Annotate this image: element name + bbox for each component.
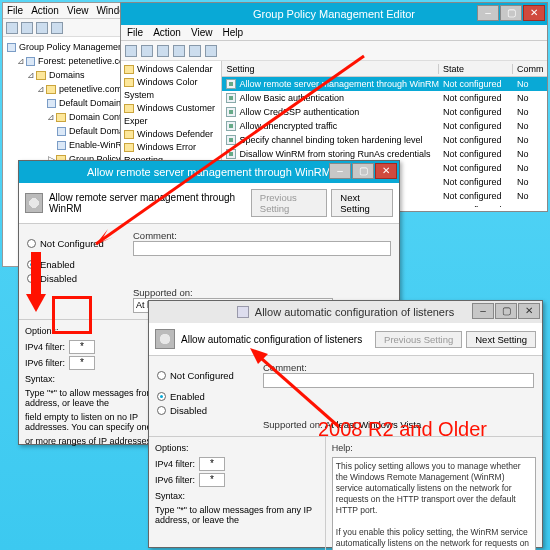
gpo-icon — [57, 127, 66, 136]
fwd-icon[interactable] — [141, 45, 153, 57]
setting-row[interactable]: Allow CredSSP authenticationNot configur… — [222, 105, 547, 119]
close-button[interactable]: ✕ — [518, 303, 540, 319]
dlg2-title: Allow automatic configuration of listene… — [255, 306, 454, 318]
dlg2-titlebar: Allow automatic configuration of listene… — [149, 301, 542, 323]
help-icon[interactable] — [189, 45, 201, 57]
tree-item[interactable]: Windows Calendar — [124, 63, 218, 76]
gped-menubar: File Action View Help — [121, 25, 547, 41]
forest-icon — [26, 57, 35, 66]
gped-toolbar — [121, 41, 547, 61]
radio-disabled[interactable]: Disabled — [27, 273, 127, 284]
ipv6-label: IPv6 filter: — [155, 475, 195, 485]
comment-label: Comment: — [133, 230, 177, 241]
radio-notconfigured[interactable]: Not Configured — [27, 230, 127, 256]
menu-file[interactable]: File — [7, 5, 23, 16]
help-text: This policy setting allows you to manage… — [332, 457, 536, 550]
minimize-button[interactable]: – — [329, 163, 351, 179]
help-label: Help: — [332, 443, 536, 453]
menu-action[interactable]: Action — [31, 5, 59, 16]
tree-root[interactable]: Group Policy Management — [19, 42, 126, 52]
tool-icon[interactable] — [21, 22, 33, 34]
gp-icon — [7, 43, 16, 52]
minimize-button[interactable]: – — [472, 303, 494, 319]
tree-forest[interactable]: Forest: petenetlive.com — [38, 56, 132, 66]
dlg1-titlebar: Allow remote server management through W… — [19, 161, 399, 183]
folder-icon — [36, 71, 46, 80]
comment-input[interactable] — [263, 373, 534, 388]
ipv6-input[interactable]: * — [199, 473, 225, 487]
radio-enabled[interactable]: Enabled — [27, 259, 127, 270]
gped-title: Group Policy Management Editor — [253, 8, 415, 20]
gpo-icon — [47, 99, 56, 108]
ipv4-input[interactable]: * — [199, 457, 225, 471]
tree-domains[interactable]: Domains — [49, 70, 85, 80]
supported-label: Supported on: — [263, 419, 323, 430]
setting-row[interactable]: Allow remote server management through W… — [222, 77, 547, 91]
maximize-button[interactable]: ▢ — [495, 303, 517, 319]
menu-action[interactable]: Action — [153, 27, 181, 38]
prev-setting-button[interactable]: Previous Setting — [251, 189, 327, 217]
next-setting-button[interactable]: Next Setting — [331, 189, 393, 217]
menu-file[interactable]: File — [127, 27, 143, 38]
radio-disabled[interactable]: Disabled — [157, 405, 257, 416]
maximize-button[interactable]: ▢ — [352, 163, 374, 179]
dlg2-heading: Allow automatic configuration of listene… — [181, 334, 362, 345]
gpmc-toolbar — [3, 19, 139, 37]
filter-icon[interactable] — [205, 45, 217, 57]
minimize-button[interactable]: – — [477, 5, 499, 21]
radio-notconfigured[interactable]: Not Configured — [157, 362, 257, 388]
gped-columns: Setting State Comm — [222, 61, 547, 77]
comment-input[interactable] — [133, 241, 391, 256]
col-state[interactable]: State — [439, 64, 513, 74]
listeners-dialog: Allow automatic configuration of listene… — [148, 300, 543, 548]
col-setting[interactable]: Setting — [222, 64, 439, 74]
back-icon[interactable] — [125, 45, 137, 57]
options-label: Options: — [155, 443, 319, 453]
gped-titlebar: Group Policy Management Editor – ▢ ✕ — [121, 3, 547, 25]
supported-value: At least Windows Vista — [325, 419, 421, 430]
syntax-label: Syntax: — [155, 491, 319, 501]
tree-item[interactable]: Windows Defender — [124, 128, 218, 141]
up-icon[interactable] — [157, 45, 169, 57]
ipv4-input[interactable]: * — [69, 340, 95, 354]
ipv4-label: IPv4 filter: — [155, 459, 195, 469]
next-setting-button[interactable]: Next Setting — [466, 331, 536, 348]
tree-domain[interactable]: petenetlive.com — [59, 84, 122, 94]
setting-row[interactable]: Allow unencrypted trafficNot configuredN… — [222, 119, 547, 133]
dlg1-heading: Allow remote server management through W… — [49, 192, 245, 214]
gear-icon — [155, 329, 175, 349]
note-text: Type "*" to allow messages from any IP a… — [155, 505, 319, 525]
tool-icon[interactable] — [36, 22, 48, 34]
menu-view[interactable]: View — [191, 27, 213, 38]
dlg-icon — [237, 306, 249, 318]
tool-icon[interactable] — [51, 22, 63, 34]
ipv6-input[interactable]: * — [69, 356, 95, 370]
radio-enabled[interactable]: Enabled — [157, 391, 257, 402]
gpo-icon — [57, 141, 66, 150]
prev-setting-button[interactable]: Previous Setting — [375, 331, 462, 348]
menu-view[interactable]: View — [67, 5, 89, 16]
ou-icon — [56, 113, 66, 122]
close-button[interactable]: ✕ — [375, 163, 397, 179]
setting-row[interactable]: Disallow WinRM from storing RunAs creden… — [222, 147, 547, 161]
tool-icon[interactable] — [6, 22, 18, 34]
gear-icon — [25, 193, 43, 213]
col-comm[interactable]: Comm — [513, 64, 547, 74]
dlg1-title: Allow remote server management through W… — [87, 166, 331, 178]
menu-help[interactable]: Help — [222, 27, 243, 38]
comment-label: Comment: — [263, 362, 307, 373]
supported-label: Supported on: — [133, 287, 193, 298]
maximize-button[interactable]: ▢ — [500, 5, 522, 21]
ipv4-label: IPv4 filter: — [25, 342, 65, 352]
setting-row[interactable]: Specify channel binding token hardening … — [222, 133, 547, 147]
refresh-icon[interactable] — [173, 45, 185, 57]
gpmc-menubar: File Action View Window Help — [3, 3, 139, 19]
folder-icon — [46, 85, 56, 94]
tree-item[interactable]: Windows Customer Exper — [124, 102, 218, 128]
setting-row[interactable]: Allow Basic authenticationNot configured… — [222, 91, 547, 105]
tree-item[interactable]: Windows Color System — [124, 76, 218, 102]
ipv6-label: IPv6 filter: — [25, 358, 65, 368]
close-button[interactable]: ✕ — [523, 5, 545, 21]
